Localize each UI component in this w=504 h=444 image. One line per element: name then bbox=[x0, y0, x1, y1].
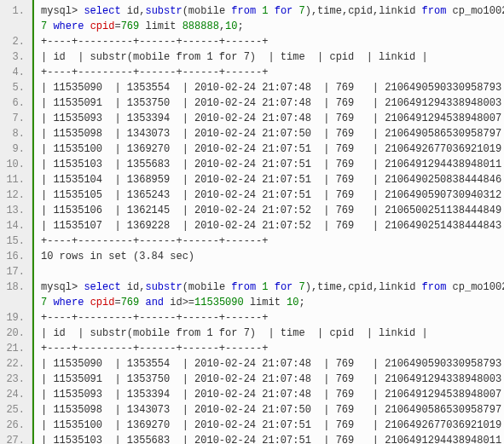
code-token: +----+---------+------+------+------+ bbox=[41, 235, 268, 247]
code-token: = bbox=[114, 297, 120, 308]
code-token: +----+---------+------+------+------+ bbox=[41, 66, 268, 78]
line-number-gutter: 1.2.3.4.5.6.7.8.9.10.11.12.13.14.15.16.1… bbox=[0, 0, 32, 444]
code-token: +----+---------+------+------+------+ bbox=[41, 343, 268, 355]
code-line: | 11535103 | 1355683 | 2010-02-24 21:07:… bbox=[41, 157, 504, 172]
code-line bbox=[41, 264, 504, 280]
code-editor: 1.2.3.4.5.6.7.8.9.10.11.12.13.14.15.16.1… bbox=[0, 0, 504, 444]
line-number: 25. bbox=[0, 402, 32, 418]
code-line: | 11535107 | 1369228 | 2010-02-24 21:07:… bbox=[41, 218, 504, 234]
code-token: | 11535107 | 1369228 | 2010-02-24 21:07:… bbox=[41, 220, 504, 232]
line-number: 8. bbox=[0, 126, 32, 141]
line-number: 15. bbox=[0, 234, 32, 249]
code-token: limit bbox=[244, 297, 287, 308]
line-number: 4. bbox=[0, 65, 32, 80]
code-token: mysql> bbox=[41, 281, 84, 293]
code-token: 11535090 bbox=[194, 297, 244, 308]
line-number: 20. bbox=[0, 326, 32, 341]
code-token: | 11535090 | 1353554 | 2010-02-24 21:07:… bbox=[41, 358, 504, 370]
code-token: ),time,cpid,linkid bbox=[305, 5, 422, 17]
code-line: | 11535091 | 1353750 | 2010-02-24 21:07:… bbox=[41, 372, 504, 387]
code-token: | 11535105 | 1365243 | 2010-02-24 21:07:… bbox=[41, 189, 504, 201]
code-token: | 11535100 | 1369270 | 2010-02-24 21:07:… bbox=[41, 143, 504, 155]
code-line: mysql> select id,substr(mobile from 1 fo… bbox=[41, 280, 504, 295]
code-token: | 11535106 | 1362145 | 2010-02-24 21:07:… bbox=[41, 205, 504, 216]
code-token: | 11535098 | 1343073 | 2010-02-24 21:07:… bbox=[41, 404, 504, 416]
code-token: 10 rows in set (3.84 sec) bbox=[41, 251, 194, 262]
code-line: 7 where cpid=769 limit 888888,10; bbox=[41, 19, 504, 34]
code-line: | 11535093 | 1353394 | 2010-02-24 21:07:… bbox=[41, 111, 504, 126]
code-token: for bbox=[275, 281, 293, 293]
code-token: >= bbox=[182, 297, 194, 308]
line-number bbox=[0, 19, 32, 34]
code-line: 7 where cpid=769 and id>=11535090 limit … bbox=[41, 295, 504, 310]
code-token bbox=[84, 20, 90, 32]
code-line: +----+---------+------+------+------+ bbox=[41, 234, 504, 249]
code-content[interactable]: mysql> select id,substr(mobile from 1 fo… bbox=[32, 0, 504, 444]
code-token: ),time,cpid,linkid bbox=[305, 281, 422, 293]
code-token: select bbox=[84, 281, 120, 293]
line-number: 12. bbox=[0, 187, 32, 203]
code-line: | 11535103 | 1355683 | 2010-02-24 21:07:… bbox=[41, 433, 504, 444]
line-number: 16. bbox=[0, 249, 32, 264]
code-token: cpid bbox=[90, 20, 115, 32]
code-token: 1 bbox=[262, 281, 268, 293]
code-token: 1 bbox=[262, 5, 268, 17]
code-line: | id | substr(mobile from 1 for 7) | tim… bbox=[41, 326, 504, 341]
code-token bbox=[269, 5, 275, 17]
code-token: from bbox=[231, 281, 256, 293]
code-token: for bbox=[275, 5, 293, 17]
code-line: | 11535093 | 1353394 | 2010-02-24 21:07:… bbox=[41, 387, 504, 402]
code-token: mysql> bbox=[41, 5, 84, 17]
code-token: | 11535093 | 1353394 | 2010-02-24 21:07:… bbox=[41, 112, 504, 124]
line-number: 3. bbox=[0, 49, 32, 65]
code-token: ; bbox=[238, 20, 244, 32]
line-number: 6. bbox=[0, 95, 32, 111]
line-number: 17. bbox=[0, 264, 32, 280]
code-line: | 11535100 | 1369270 | 2010-02-24 21:07:… bbox=[41, 418, 504, 433]
code-token: | id | substr(mobile from 1 for 7) | tim… bbox=[41, 327, 428, 339]
code-token: = bbox=[114, 20, 120, 32]
line-number: 1. bbox=[0, 3, 32, 19]
line-number: 21. bbox=[0, 341, 32, 356]
code-token: 10 bbox=[225, 20, 237, 32]
code-line: | id | substr(mobile from 1 for 7) | tim… bbox=[41, 49, 504, 65]
code-token: +----+---------+------+------+------+ bbox=[41, 312, 268, 324]
code-token: | 11535098 | 1343073 | 2010-02-24 21:07:… bbox=[41, 128, 504, 140]
line-number: 10. bbox=[0, 157, 32, 172]
code-token: | id | substr(mobile from 1 for 7) | tim… bbox=[41, 51, 428, 63]
code-token: | 11535104 | 1368959 | 2010-02-24 21:07:… bbox=[41, 174, 504, 186]
code-token: | 11535091 | 1353750 | 2010-02-24 21:07:… bbox=[41, 373, 504, 385]
code-line: +----+---------+------+------+------+ bbox=[41, 310, 504, 326]
code-token: (mobile bbox=[182, 5, 232, 17]
code-token: 769 bbox=[121, 20, 140, 32]
code-line: | 11535104 | 1368959 | 2010-02-24 21:07:… bbox=[41, 172, 504, 187]
code-token: (mobile bbox=[182, 281, 232, 293]
line-number: 24. bbox=[0, 387, 32, 402]
line-number: 9. bbox=[0, 141, 32, 157]
code-token: from bbox=[231, 5, 256, 17]
code-line: | 11535090 | 1353554 | 2010-02-24 21:07:… bbox=[41, 80, 504, 95]
code-line: | 11535105 | 1365243 | 2010-02-24 21:07:… bbox=[41, 187, 504, 203]
line-number: 26. bbox=[0, 418, 32, 433]
code-token: | 11535100 | 1369270 | 2010-02-24 21:07:… bbox=[41, 419, 504, 431]
code-token: , bbox=[219, 20, 225, 32]
line-number: 22. bbox=[0, 356, 32, 372]
code-token: 769 bbox=[121, 297, 140, 308]
line-number: 27. bbox=[0, 433, 32, 444]
code-token: cp_mo10022 bbox=[446, 5, 504, 17]
code-token: where bbox=[53, 297, 84, 308]
code-token: | 11535103 | 1355683 | 2010-02-24 21:07:… bbox=[41, 159, 504, 170]
code-line: | 11535091 | 1353750 | 2010-02-24 21:07:… bbox=[41, 95, 504, 111]
code-token bbox=[269, 281, 275, 293]
code-line: | 11535090 | 1353554 | 2010-02-24 21:07:… bbox=[41, 356, 504, 372]
code-token: ; bbox=[299, 297, 305, 308]
code-token bbox=[293, 281, 298, 293]
code-token: and bbox=[145, 297, 164, 308]
code-token: +----+---------+------+------+------+ bbox=[41, 36, 268, 48]
code-line: +----+---------+------+------+------+ bbox=[41, 341, 504, 356]
code-token: id bbox=[164, 297, 182, 308]
line-number: 23. bbox=[0, 372, 32, 387]
code-token: select bbox=[84, 5, 120, 17]
line-number: 7. bbox=[0, 111, 32, 126]
line-number: 13. bbox=[0, 203, 32, 218]
